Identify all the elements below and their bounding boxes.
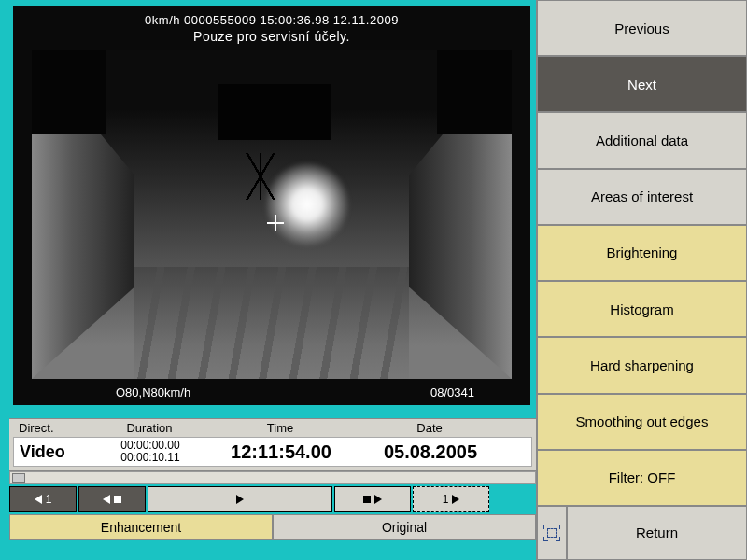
triangle-right-icon (374, 495, 382, 504)
header-duration: Duration (93, 421, 205, 435)
app-root: 0km/h 0000555009 15:00:36.98 12.11.2009 … (0, 0, 747, 560)
tab-original[interactable]: Original (273, 514, 536, 540)
return-button[interactable]: Return (567, 506, 747, 560)
square-icon (114, 496, 121, 503)
return-row: Return (537, 506, 747, 560)
additional-data-button[interactable]: Additional data (537, 112, 747, 168)
slider-thumb[interactable] (12, 473, 25, 483)
timeline-slider[interactable] (9, 471, 536, 484)
header-direct: Direct. (19, 421, 93, 435)
hard-sharpening-button[interactable]: Hard sharpening (537, 337, 747, 393)
video-scene (32, 50, 512, 379)
triangle-left-icon (103, 495, 110, 504)
rewind-stop-button[interactable] (78, 486, 146, 512)
info-panel: Direct. Duration Time Date Video 00:00:0… (9, 418, 536, 471)
value-direct: Video (20, 442, 94, 462)
crosshair-icon (267, 215, 284, 231)
triangle-right-icon (452, 495, 459, 504)
step-back-count: 1 (46, 493, 52, 506)
playback-controls: 1 1 (9, 486, 536, 512)
info-header-row: Direct. Duration Time Date (9, 419, 536, 437)
next-button[interactable]: Next (537, 56, 747, 112)
overlay-message-line: Pouze pro servisní účely. (13, 29, 530, 44)
video-overlay-top: 0km/h 0000555009 15:00:36.98 12.11.2009 … (13, 13, 530, 44)
duration-end: 00:00:10.11 (94, 452, 206, 464)
play-button[interactable] (148, 486, 332, 512)
areas-of-interest-button[interactable]: Areas of interest (537, 169, 747, 225)
triangle-left-icon (35, 495, 42, 504)
expand-icon (544, 525, 559, 540)
brightening-button[interactable]: Brightening (537, 225, 747, 281)
divider-strip (9, 405, 536, 418)
triangle-right-icon (236, 495, 244, 504)
step-back-button[interactable]: 1 (9, 486, 77, 512)
filter-toggle-button[interactable]: Filter: OFF (537, 450, 747, 506)
fullscreen-button[interactable] (537, 506, 567, 560)
info-data-row: Video 00:00:00.00 00:00:10.11 12:11:54.0… (13, 437, 532, 467)
forward-stop-button[interactable] (334, 486, 411, 512)
square-icon (363, 496, 371, 503)
overlay-frame-id: 08/0341 (430, 385, 474, 399)
right-menu: Previous Next Additional data Areas of i… (536, 0, 747, 560)
overlay-speed-label: O80,N80km/h (116, 385, 190, 399)
header-time: Time (205, 421, 355, 435)
value-date: 05.08.2005 (356, 441, 505, 463)
histogram-button[interactable]: Histogram (537, 281, 747, 337)
overlay-metadata-line: 0km/h 0000555009 15:00:36.98 12.11.2009 (13, 13, 530, 27)
value-time: 12:11:54.00 (206, 441, 356, 463)
left-pane: 0km/h 0000555009 15:00:36.98 12.11.2009 … (0, 0, 536, 560)
smoothing-edges-button[interactable]: Smoothing out edges (537, 394, 747, 450)
header-date: Date (355, 421, 504, 435)
tab-enhancement[interactable]: Enhancement (9, 514, 273, 540)
step-fwd-count: 1 (443, 493, 449, 506)
video-overlay-bottom: O80,N80km/h 08/0341 (13, 385, 530, 399)
video-display: 0km/h 0000555009 15:00:36.98 12.11.2009 … (13, 6, 530, 405)
previous-button[interactable]: Previous (537, 0, 747, 56)
view-tabs: Enhancement Original (9, 514, 536, 540)
value-duration: 00:00:00.00 00:00:10.11 (94, 440, 206, 464)
step-forward-button[interactable]: 1 (413, 486, 489, 512)
